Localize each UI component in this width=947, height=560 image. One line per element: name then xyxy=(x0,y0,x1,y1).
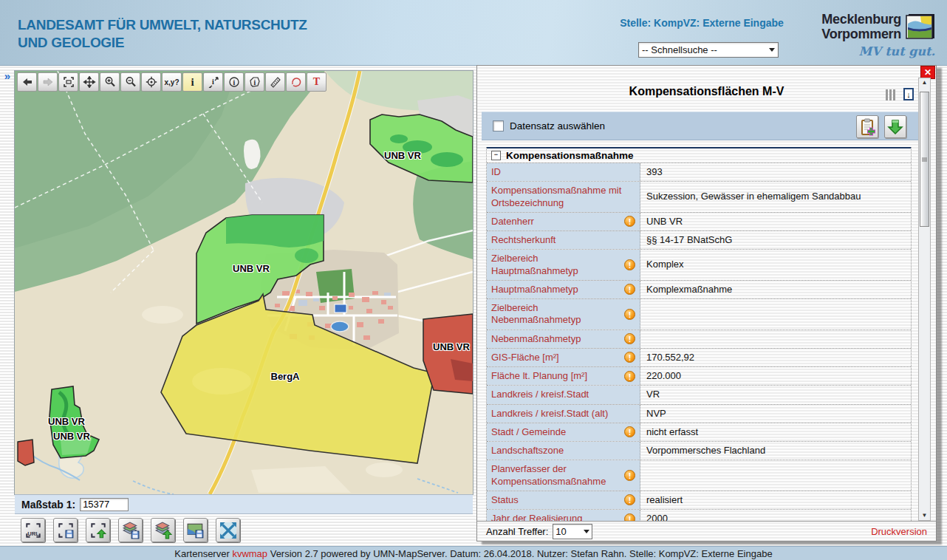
draw-polygon-button[interactable] xyxy=(286,72,306,92)
attribute-row: Kompensationsmaßnahme mit Ortsbezeichnun… xyxy=(487,182,911,213)
footer-suffix: Version 2.7 powered by UMN-MapServer. Da… xyxy=(267,548,773,559)
attribute-value: Vorpommersches Flachland xyxy=(640,442,911,460)
mv-slogan: MV tut gut. xyxy=(859,44,935,58)
dataset-checkbox-label: Datensatz auswählen xyxy=(510,120,605,132)
attribute-value: §§ 14-17 BNatSchG xyxy=(640,231,911,249)
attribute-row: Stadt / Gemeinde!nicht erfasst xyxy=(487,423,911,442)
logo-line1: Mecklenburg xyxy=(821,12,901,27)
attribute-value: 220.000 xyxy=(640,367,911,385)
stelle-label: Stelle: KompVZ: Externe Eingabe xyxy=(561,17,842,29)
export-download-button[interactable] xyxy=(884,115,906,138)
dataset-select-bar: Datensatz auswählen xyxy=(482,112,919,140)
attribute-value: Sukzession, Gewässer in ehemaligem Sanda… xyxy=(640,182,911,212)
warning-icon[interactable]: ! xyxy=(624,494,635,505)
warning-icon[interactable]: ! xyxy=(624,470,635,481)
attribute-row: Zielbereich Nebenmaßnahmetyp! xyxy=(487,299,911,330)
dataset-checkbox[interactable] xyxy=(493,120,504,132)
center-point-button[interactable] xyxy=(141,72,161,92)
scale-label: Maßstab 1: xyxy=(21,499,75,511)
attribute-row: LandschaftszoneVorpommersches Flachland xyxy=(487,442,911,460)
hits-label: Anzahl Treffer: xyxy=(486,526,548,537)
map-feature-label: BergA xyxy=(270,371,299,382)
pan-button[interactable] xyxy=(79,72,99,92)
attribute-value: UNB VR xyxy=(640,213,911,231)
attribute-value: 2000 xyxy=(640,510,911,521)
attribute-value xyxy=(640,299,911,329)
extent-load-button[interactable] xyxy=(86,518,110,542)
attribute-row: Zielbereich Hauptmaßnahmetyp!Komplex xyxy=(487,250,911,281)
map-canvas[interactable]: UNB VRUNB VRUNB VRBergAUNB VRUNB VR xyxy=(15,71,473,494)
attribute-row: Landkreis / kreisf.Stadt (alt)NVP xyxy=(487,405,911,423)
attribute-value: Komplexmaßnahme xyxy=(640,281,911,298)
info-label: i xyxy=(191,76,194,89)
attribute-row: Fläche lt. Planung [m²]!220.000 xyxy=(487,367,911,386)
attribute-row: Hauptmaßnahmetyp!Komplexmaßnahme xyxy=(487,281,911,299)
print-version-link[interactable]: Druckversion xyxy=(871,526,927,537)
app-title-line1: LANDESAMT FÜR UMWELT, NATURSCHUTZ xyxy=(18,16,307,34)
attribute-label: Jahr der Realisierung! xyxy=(487,510,640,521)
text-tool-button[interactable]: T xyxy=(307,72,327,92)
panel-title: Kompensationsflächen M-V xyxy=(477,85,936,98)
drag-handle-icon[interactable] xyxy=(886,89,895,100)
new-record-button[interactable] xyxy=(856,115,878,138)
attribute-label: Landschaftszone xyxy=(487,442,640,460)
info-expand-button[interactable]: i xyxy=(203,72,223,92)
info-circle-button[interactable]: i xyxy=(224,72,244,92)
attribute-label: Planverfasser der Kompensationsmaßnahme! xyxy=(487,460,640,491)
result-panel: ✕ Kompensationsflächen M-V ↓ Datensatz a… xyxy=(476,65,937,542)
warning-icon[interactable]: ! xyxy=(624,352,635,363)
attribute-row: Rechtsherkunft§§ 14-17 BNatSchG xyxy=(487,231,911,250)
chevron-down-icon xyxy=(584,530,589,533)
section-header: − Kompensationsmaßnahme xyxy=(487,147,911,163)
attribute-label: Nebenmaßnahmetyp! xyxy=(487,330,640,348)
attribute-label: ID xyxy=(487,163,640,181)
expand-sidebar-icon[interactable]: » xyxy=(1,71,14,83)
xy-query-button[interactable]: x,y? xyxy=(162,72,182,92)
scroll-up-icon[interactable]: ▲ xyxy=(919,78,930,87)
attribute-value: VR xyxy=(640,386,911,403)
warning-icon[interactable]: ! xyxy=(624,309,635,320)
svg-text:i: i xyxy=(212,78,214,86)
panel-collapse-icon[interactable]: ↓ xyxy=(903,88,914,100)
back-button[interactable] xyxy=(17,72,37,92)
warning-icon[interactable]: ! xyxy=(624,284,635,295)
layers-load-button[interactable] xyxy=(151,518,175,542)
warning-icon[interactable]: ! xyxy=(624,216,635,227)
map-feature-label: UNB VR xyxy=(48,416,85,427)
zoom-in-button[interactable] xyxy=(100,72,120,92)
map-feature-label: UNB VR xyxy=(53,431,90,442)
scroll-down-icon[interactable]: ▼ xyxy=(919,511,930,520)
app-title: LANDESAMT FÜR UMWELT, NATURSCHUTZ UND GE… xyxy=(18,16,307,52)
warning-icon[interactable]: ! xyxy=(624,426,635,437)
warning-icon[interactable]: ! xyxy=(624,333,635,344)
scrollbar-thumb[interactable] xyxy=(920,92,929,227)
scale-input[interactable] xyxy=(80,498,129,511)
attribute-value: 170.552,92 xyxy=(640,349,911,366)
zoom-full-extent-button[interactable] xyxy=(216,518,240,542)
warning-icon[interactable]: ! xyxy=(624,513,635,521)
warning-icon[interactable]: ! xyxy=(624,259,635,270)
measure-button[interactable] xyxy=(265,72,285,92)
panel-scrollbar[interactable]: ▲ ▼ xyxy=(918,78,931,521)
map-image-save-button[interactable] xyxy=(183,518,208,542)
attribute-label: Zielbereich Hauptmaßnahmetyp! xyxy=(487,250,640,280)
svg-text:i: i xyxy=(253,79,256,86)
map-toolbar: x,y? i i i i T xyxy=(17,72,327,92)
xy-query-label: x,y? xyxy=(164,78,179,86)
collapse-section-icon[interactable]: − xyxy=(491,151,501,160)
attribute-label: Hauptmaßnahmetyp! xyxy=(487,281,640,298)
info-query-button[interactable]: i xyxy=(182,72,202,92)
attribute-label: Fläche lt. Planung [m²]! xyxy=(487,367,640,385)
warning-icon[interactable]: ! xyxy=(624,371,635,382)
zoom-out-button[interactable] xyxy=(120,72,140,92)
quick-search-select[interactable]: -- Schnellsuche -- xyxy=(638,42,779,58)
extent-url-button[interactable]: URL xyxy=(21,518,45,542)
forward-button[interactable] xyxy=(38,72,58,92)
info-polygon-button[interactable]: i xyxy=(245,72,264,92)
extent-save-button[interactable] xyxy=(53,518,78,542)
mv-logo-icon xyxy=(904,13,935,41)
layers-save-button[interactable] xyxy=(118,518,143,542)
hits-select[interactable]: 10 xyxy=(553,524,592,539)
full-extent-button[interactable] xyxy=(58,72,78,92)
attribute-row: Landkreis / kreisf.StadtVR xyxy=(487,386,911,404)
